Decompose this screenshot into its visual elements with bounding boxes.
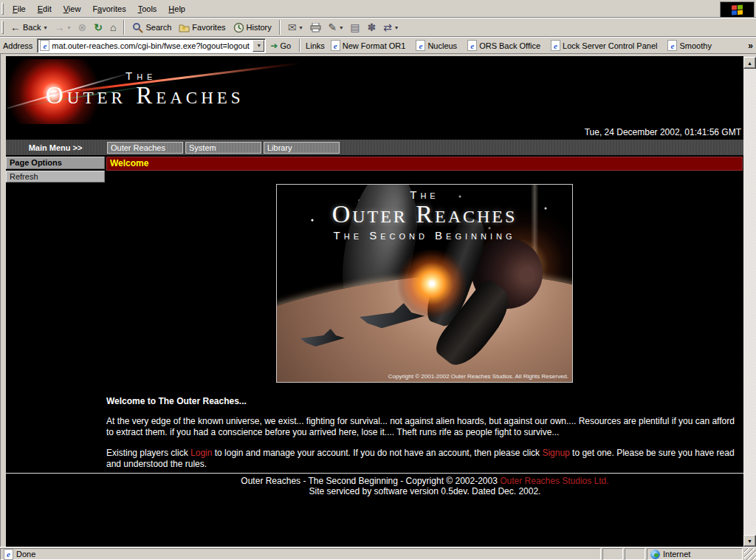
links-overflow-chevron[interactable]: »	[748, 41, 753, 51]
login-link[interactable]: Login	[190, 448, 212, 458]
text: Outer Reaches - The Second Beginning - C…	[241, 476, 500, 486]
browser-viewport: The Outer Reaches Tue, 24 December 2002,…	[0, 54, 756, 547]
sidebar-item-refresh[interactable]: Refresh	[6, 171, 105, 182]
link-lock-server-control-panel[interactable]: e Lock Server Control Panel	[551, 40, 657, 51]
footer-divider	[6, 473, 743, 474]
link-label[interactable]: New Format OR1	[343, 41, 406, 50]
back-button[interactable]: ← Back ▾	[7, 19, 50, 35]
menubar-grip[interactable]	[1, 3, 4, 16]
menu-help[interactable]: Help	[162, 2, 191, 16]
ie-icon: e	[331, 40, 340, 51]
tab-system[interactable]: System	[185, 142, 261, 154]
back-icon: ←	[10, 22, 21, 33]
back-label: Back	[23, 23, 41, 32]
zone-label: Internet	[663, 550, 690, 559]
studios-link[interactable]: Outer Reaches Studios Ltd.	[500, 476, 608, 486]
ie-icon: e	[467, 40, 477, 51]
stop-button[interactable]: ⊗	[75, 19, 91, 35]
address-input[interactable]: e mat.outer-reaches.com/cgi-bin/fwse.exe…	[37, 38, 266, 53]
text: to login and manage your account. If you…	[212, 448, 542, 458]
web-page: The Outer Reaches Tue, 24 December 2002,…	[6, 56, 743, 547]
link-label[interactable]: Nucleus	[427, 41, 457, 50]
chevron-down-icon[interactable]: ▾	[44, 24, 47, 31]
security-zone-panel: Internet	[647, 548, 743, 560]
links-separator	[299, 39, 300, 52]
menu-favorites[interactable]: Favorites	[86, 2, 131, 16]
link-smoothy[interactable]: e Smoothy	[667, 40, 711, 51]
chevron-down-icon[interactable]: ▾	[67, 24, 70, 31]
site-logo: The Outer Reaches	[7, 58, 743, 126]
messenger-button[interactable]: ✽	[364, 19, 380, 35]
chevron-down-icon[interactable]: ▾	[300, 24, 303, 31]
scroll-up-icon: ▲	[747, 61, 752, 66]
menu-view[interactable]: View	[58, 2, 87, 16]
mail-button[interactable]: ✉ ▾	[284, 19, 306, 35]
menu-tools[interactable]: Tools	[132, 2, 163, 16]
link-nucleus[interactable]: e Nucleus	[416, 40, 457, 51]
logo-text: The Outer Reaches	[46, 69, 244, 109]
links-label: Links	[304, 41, 331, 50]
forward-icon: →	[54, 22, 64, 33]
scroll-down-button[interactable]: ▼	[743, 535, 756, 547]
footer-line2: Site serviced by software version 0.5dev…	[106, 486, 743, 496]
address-dropdown-button[interactable]: ▾	[252, 40, 264, 52]
toolbar-grip[interactable]	[1, 21, 4, 34]
address-label: Address	[0, 41, 37, 50]
link-label[interactable]: Smoothy	[679, 41, 711, 50]
sidebar: Page Options Refresh	[6, 157, 105, 470]
server-datetime: Tue, 24 December 2002, 01:41:56 GMT	[6, 126, 743, 140]
media-guide-button[interactable]: ⇄ ▾	[379, 19, 402, 35]
menu-file[interactable]: File	[7, 2, 32, 16]
standard-toolbar: ← Back ▾ → ▾ ⊗ ↻ ⌂ Search Favorites	[0, 18, 756, 37]
hero-title: Outer Reaches	[277, 201, 572, 228]
main-menu-label[interactable]: Main Menu >>	[6, 143, 105, 152]
signup-link[interactable]: Signup	[542, 448, 569, 458]
hero-the: The	[277, 188, 572, 201]
refresh-button[interactable]: ↻	[90, 19, 106, 35]
windows-logo-icon	[732, 4, 743, 15]
forward-button[interactable]: → ▾	[50, 19, 74, 35]
link-label[interactable]: Lock Server Control Panel	[563, 41, 657, 50]
home-icon: ⌂	[110, 22, 116, 33]
chevron-down-icon: ▾	[258, 42, 261, 49]
hero-subtitle: The Second Beginning	[277, 229, 572, 242]
status-message: Done	[16, 550, 35, 559]
chevron-down-icon[interactable]: ▾	[340, 24, 343, 31]
link-new-format-or1[interactable]: e New Format OR1	[331, 40, 406, 51]
home-button[interactable]: ⌂	[106, 19, 120, 35]
scroll-up-button[interactable]: ▲	[743, 57, 756, 69]
history-button[interactable]: History	[230, 19, 275, 35]
favorites-icon	[179, 22, 190, 33]
content-column: Welcome The Outer Reaches The	[106, 157, 743, 470]
stop-icon: ⊗	[78, 22, 87, 33]
link-label[interactable]: ORS Back Office	[479, 41, 540, 50]
status-message-panel: e Done	[0, 548, 601, 560]
link-ors-back-office[interactable]: e ORS Back Office	[467, 40, 540, 51]
resize-grip[interactable]	[744, 548, 756, 560]
favorites-label: Favorites	[192, 23, 225, 32]
print-button[interactable]	[306, 19, 325, 35]
search-icon	[132, 22, 143, 33]
hero-copyright: Copyright © 2001-2002 Outer Reaches Stud…	[388, 373, 568, 380]
page-footer: Outer Reaches - The Second Beginning - C…	[106, 476, 743, 496]
page-body: Page Options Refresh Welcome	[6, 157, 743, 470]
hero-image: The Outer Reaches The Second Beginning C…	[276, 184, 573, 383]
tab-outer-reaches[interactable]: Outer Reaches	[107, 142, 183, 154]
menu-edit[interactable]: Edit	[32, 2, 58, 16]
vertical-scrollbar[interactable]: ▲ ▼	[743, 57, 756, 547]
hero-title-block: The Outer Reaches The Second Beginning	[277, 188, 572, 242]
address-bar: Address e mat.outer-reaches.com/cgi-bin/…	[0, 37, 756, 54]
discuss-button[interactable]: ▤	[346, 19, 363, 35]
intro-paragraph: At the very edge of the known universe, …	[106, 416, 743, 438]
go-button[interactable]: ➔ Go	[266, 39, 295, 52]
edit-button[interactable]: ✎ ▾	[325, 19, 347, 35]
toolbar-separator	[123, 20, 125, 34]
address-value[interactable]: mat.outer-reaches.com/cgi-bin/fwse.exe?l…	[49, 41, 252, 50]
favorites-button[interactable]: Favorites	[175, 19, 229, 35]
history-icon	[233, 22, 244, 33]
search-button[interactable]: Search	[128, 19, 175, 35]
print-icon	[310, 23, 321, 33]
chevron-down-icon[interactable]: ▾	[395, 24, 398, 31]
tab-library[interactable]: Library	[264, 142, 340, 154]
media-guide-icon: ⇄	[383, 22, 392, 33]
